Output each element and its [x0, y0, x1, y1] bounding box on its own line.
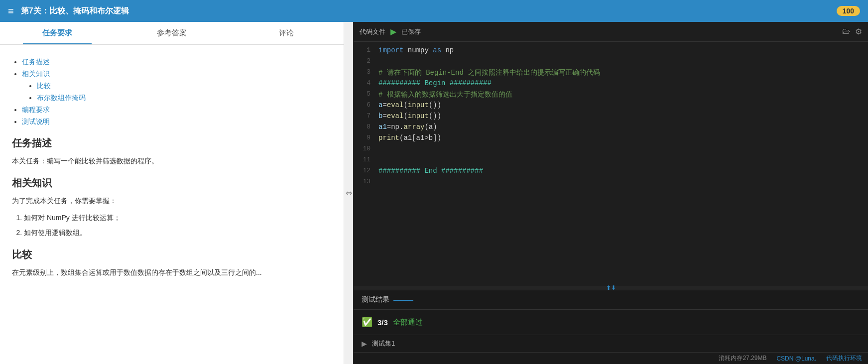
code-line: 4########## Begin ########## — [354, 79, 868, 90]
pass-icon: ✅ — [362, 317, 372, 328]
panel-divider[interactable]: ⇔ — [344, 22, 354, 364]
line-content — [378, 178, 868, 188]
line-number: 12 — [354, 167, 378, 177]
code-editor-area[interactable]: 1import numpy as np2 3# 请在下面的 Begin-End … — [354, 42, 868, 286]
divider-icon: ⇔ — [346, 188, 352, 198]
task-text: 本关任务：编写一个能比较并筛选数据的程序。 — [12, 155, 332, 167]
csdn-link[interactable]: CSDN @Luna. — [776, 355, 816, 362]
tab-comments[interactable]: 评论 — [229, 22, 344, 44]
code-line: 2 — [354, 57, 868, 68]
status-bar: 消耗内存27.29MB CSDN @Luna. 代码执行环境 — [354, 352, 868, 364]
test-panel: 测试结果 ✅ 3/3 全部通过 ▶ 测试集1 — [354, 290, 868, 352]
list-item: 如何使用逻辑数组。 — [24, 227, 332, 239]
test-set-row: ▶ 测试集1 — [354, 335, 868, 352]
test-set-label: 测试集1 — [372, 339, 395, 348]
table-of-contents: 任务描述 相关知识 比较 布尔数组作掩码 编程要求 测试说明 — [12, 58, 332, 126]
code-line: 3# 请在下面的 Begin-End 之间按照注释中给出的提示编写正确的代码 — [354, 68, 868, 79]
left-panel: 任务要求 参考答案 评论 任务描述 相关知识 比较 布尔数组作掩码 编程要求 测… — [0, 22, 344, 364]
run-button[interactable]: ▶ — [390, 27, 396, 36]
line-number: 10 — [354, 145, 378, 155]
task-title: 任务描述 — [12, 136, 332, 150]
pass-count: 3/3 — [377, 318, 388, 327]
code-line: 5# 根据输入的数据筛选出大于指定数值的值 — [354, 90, 868, 101]
line-number: 8 — [354, 123, 378, 133]
code-line: 10 — [354, 144, 868, 155]
code-line: 13 — [354, 177, 868, 188]
test-set-play-icon[interactable]: ▶ — [362, 340, 367, 348]
knowledge-title: 相关知识 — [12, 176, 332, 190]
line-content: b=eval(input()) — [378, 112, 868, 122]
line-content: a=eval(input()) — [378, 101, 868, 111]
code-line: 11 — [354, 155, 868, 166]
line-number: 3 — [354, 68, 378, 78]
toc-item[interactable]: 布尔数组作掩码 — [37, 94, 332, 103]
code-line: 1import numpy as np — [354, 46, 868, 57]
pass-label: 全部通过 — [393, 318, 423, 327]
toc-item[interactable]: 任务描述 — [22, 58, 332, 67]
line-number: 4 — [354, 79, 378, 89]
list-item: 如何对 NumPy 进行比较运算； — [24, 212, 332, 224]
editor-icons: 🗁 ⚙ — [842, 27, 862, 36]
code-line: 9print(a1[a1>b]) — [354, 133, 868, 144]
test-header: 测试结果 — [354, 290, 868, 310]
toc-item[interactable]: 相关知识 比较 布尔数组作掩码 — [22, 70, 332, 103]
line-content: ########## Begin ########## — [378, 79, 868, 89]
line-content: a1=np.array(a) — [378, 123, 868, 133]
line-number: 1 — [354, 46, 378, 56]
line-content: import numpy as np — [378, 46, 868, 56]
left-content: 任务描述 相关知识 比较 布尔数组作掩码 编程要求 测试说明 任务描述 本关任务… — [0, 45, 344, 364]
code-line: 7b=eval(input()) — [354, 112, 868, 122]
toc-item[interactable]: 测试说明 — [22, 118, 332, 126]
right-panel: 代码文件 ▶ 已保存 🗁 ⚙ 1import numpy as np2 3# 请… — [354, 22, 868, 364]
line-number: 9 — [354, 134, 378, 144]
test-title: 测试结果 — [362, 295, 389, 304]
line-content — [378, 156, 868, 166]
line-content: ########## End ########## — [378, 167, 868, 177]
exec-env-link[interactable]: 代码执行环境 — [826, 354, 862, 363]
compare-text: 在元素级别上，数组集合运算或用于数值数据的存在于数组之间以及三行之间的... — [12, 266, 332, 279]
header: ≡ 第7关：比较、掩码和布尔逻辑 100 — [0, 0, 868, 22]
folder-icon[interactable]: 🗁 — [842, 27, 850, 36]
compare-title: 比较 — [12, 248, 332, 261]
line-number: 7 — [354, 112, 378, 122]
tab-task[interactable]: 任务要求 — [0, 22, 115, 44]
test-header-underline — [393, 300, 413, 301]
code-editor-header: 代码文件 ▶ 已保存 🗁 ⚙ — [354, 22, 868, 42]
menu-icon[interactable]: ≡ — [8, 5, 14, 17]
code-line: 6a=eval(input()) — [354, 101, 868, 112]
toc-item[interactable]: 比较 — [37, 82, 332, 91]
score-badge: 100 — [837, 6, 860, 16]
code-line: 12########## End ########## — [354, 166, 868, 177]
file-label: 代码文件 — [360, 27, 385, 36]
line-content — [378, 57, 868, 67]
line-content: # 根据输入的数据筛选出大于指定数值的值 — [378, 90, 868, 100]
tabs: 任务要求 参考答案 评论 — [0, 22, 344, 45]
line-content — [378, 145, 868, 155]
tab-reference[interactable]: 参考答案 — [115, 22, 229, 44]
line-content: # 请在下面的 Begin-End 之间按照注释中给出的提示编写正确的代码 — [378, 68, 868, 78]
line-content: print(a1[a1>b]) — [378, 134, 868, 144]
line-number: 6 — [354, 101, 378, 111]
knowledge-text: 为了完成本关任务，你需要掌握： — [12, 195, 332, 207]
main-layout: 任务要求 参考答案 评论 任务描述 相关知识 比较 布尔数组作掩码 编程要求 测… — [0, 22, 868, 364]
toc-item[interactable]: 编程要求 — [22, 106, 332, 115]
code-line: 8a1=np.array(a) — [354, 122, 868, 133]
line-number: 13 — [354, 178, 378, 188]
line-number: 11 — [354, 156, 378, 166]
knowledge-list: 如何对 NumPy 进行比较运算； 如何使用逻辑数组。 — [12, 212, 332, 239]
settings-icon[interactable]: ⚙ — [855, 27, 862, 36]
saved-label: 已保存 — [401, 27, 842, 36]
line-number: 5 — [354, 90, 378, 100]
resize-handle[interactable]: ⬆⬇ — [354, 286, 868, 290]
page-title: 第7关：比较、掩码和布尔逻辑 — [21, 6, 837, 16]
test-passed-row: ✅ 3/3 全部通过 — [354, 310, 868, 335]
line-number: 2 — [354, 57, 378, 67]
memory-status: 消耗内存27.29MB — [719, 354, 766, 363]
